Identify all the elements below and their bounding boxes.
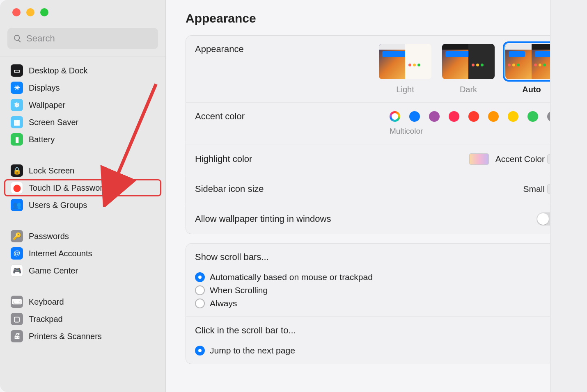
sidebar-item-label: Users & Groups (29, 201, 87, 210)
sidebar-item-displays[interactable]: ☀Displays (4, 79, 161, 96)
sidebar-item-internet-accounts[interactable]: @Internet Accounts (4, 245, 161, 262)
radio-label: When Scrolling (210, 285, 268, 295)
appearance-thumb-dark-icon (442, 44, 495, 79)
sidebar-divider (0, 57, 165, 57)
minimize-window-button[interactable] (26, 8, 34, 16)
highlight-color-row: Highlight color Accent Color ▲▼ (186, 144, 567, 174)
page-title: Appearance (186, 11, 567, 25)
radio-option[interactable]: Jump to the next page (195, 346, 295, 356)
appearance-tile-label: Dark (460, 85, 477, 94)
window-controls (0, 0, 165, 22)
game-center-icon: 🎮 (11, 264, 23, 277)
accent-color-options (390, 111, 558, 122)
sidebar-item-label: Keyboard (29, 297, 64, 307)
sidebar-item-label: Battery (29, 135, 55, 144)
highlight-color-label: Highlight color (195, 154, 469, 164)
radio-icon (195, 346, 205, 356)
wallpaper-tinting-row: Allow wallpaper tinting in windows (186, 204, 567, 234)
sidebar-item-game-center[interactable]: 🎮Game Center (4, 262, 161, 279)
window-scrollbar-track[interactable] (550, 0, 587, 392)
appearance-card: Appearance LightDarkAuto Accent color Mu… (186, 35, 567, 234)
sidebar-item-label: Lock Screen (29, 166, 74, 175)
sidebar-item-label: Wallpaper (29, 100, 65, 110)
fullscreen-window-button[interactable] (40, 8, 48, 16)
clickbar-radio-group: Jump to the next page (195, 346, 295, 356)
sidebar-icon-size-value: Small (523, 184, 545, 194)
search-field[interactable] (7, 28, 158, 49)
keyboard-icon: ⌨ (11, 296, 23, 308)
sidebar-item-label: Printers & Scanners (29, 332, 102, 341)
scrollbars-section: Show scroll bars... Automatically based … (186, 244, 567, 317)
sidebar-item-label: Passwords (29, 232, 69, 241)
accent-row: Accent color Multicolor (186, 103, 567, 144)
accent-selected-label: Multicolor (390, 127, 558, 136)
internet-accounts-icon: @ (11, 247, 23, 260)
accent-color-multicolor[interactable] (390, 111, 400, 122)
displays-icon: ☀ (11, 82, 23, 94)
desktop-dock-icon: ▭ (11, 64, 23, 77)
accent-color-ff2d55[interactable] (449, 111, 459, 122)
accent-color-34c759[interactable] (527, 111, 538, 122)
radio-option[interactable]: Automatically based on mouse or trackpad (195, 272, 373, 282)
sidebar-item-battery[interactable]: ▮Battery (4, 131, 161, 148)
sidebar-item-desktop-dock[interactable]: ▭Desktop & Dock (4, 62, 161, 79)
sidebar-item-keyboard[interactable]: ⌨Keyboard (4, 293, 161, 310)
sidebar-item-wallpaper[interactable]: ❄Wallpaper (4, 96, 161, 114)
sidebar-icon-size-label: Sidebar icon size (195, 184, 521, 194)
printers-scanners-icon: 🖨 (11, 330, 23, 342)
appearance-row: Appearance LightDarkAuto (186, 36, 567, 103)
search-input[interactable] (26, 33, 152, 44)
sidebar-item-label: Screen Saver (29, 118, 78, 127)
sidebar-item-label: Trackpad (29, 315, 63, 324)
accent-color-ffcc00[interactable] (508, 111, 518, 122)
sidebar-icon-size-row: Sidebar icon size Small ▲▼ (186, 174, 567, 204)
wallpaper-tinting-label: Allow wallpaper tinting in windows (195, 214, 537, 224)
radio-icon (195, 285, 205, 295)
sidebar-item-printers-scanners[interactable]: 🖨Printers & Scanners (4, 328, 161, 345)
appearance-thumb-light-icon (379, 44, 431, 79)
highlight-color-select[interactable]: Accent Color ▲▼ (493, 153, 558, 166)
appearance-tiles: LightDarkAuto (379, 44, 558, 94)
search-icon (13, 34, 22, 43)
radio-option[interactable]: When Scrolling (195, 285, 373, 295)
radio-icon (195, 299, 205, 308)
passwords-icon: 🔑 (11, 230, 23, 242)
sidebar-item-lock-screen[interactable]: 🔒Lock Screen (4, 162, 161, 179)
appearance-tile-light[interactable]: Light (379, 44, 431, 94)
sidebar-item-label: Game Center (29, 266, 78, 276)
sidebar-item-label: Displays (29, 83, 60, 93)
accent-row-label: Accent color (195, 111, 390, 122)
accent-color-a550a7[interactable] (429, 111, 440, 122)
sidebar-item-label: Internet Accounts (29, 249, 92, 258)
radio-label: Jump to the next page (210, 346, 295, 356)
touch-id-password-icon: ⬤ (11, 182, 23, 194)
trackpad-icon: ▢ (11, 313, 23, 325)
highlight-color-value: Accent Color (495, 154, 545, 164)
radio-icon (195, 272, 205, 282)
screen-saver-icon: ▦ (11, 116, 23, 128)
sidebar-list: ▭Desktop & Dock☀Displays❄Wallpaper▦Scree… (0, 60, 165, 392)
accent-color-ff9500[interactable] (488, 111, 499, 122)
accent-color-0a7aff[interactable] (409, 111, 420, 122)
sidebar-item-touch-id-password[interactable]: ⬤Touch ID & Password (4, 179, 161, 196)
lock-screen-icon: 🔒 (11, 164, 23, 177)
battery-icon: ▮ (11, 133, 23, 146)
scrollbars-title: Show scroll bars... (195, 252, 269, 262)
clickbar-title: Click in the scroll bar to... (195, 325, 296, 336)
scrollbars-radio-group: Automatically based on mouse or trackpad… (195, 272, 373, 308)
sidebar-item-label: Touch ID & Password (29, 183, 107, 193)
appearance-tile-label: Auto (522, 85, 541, 94)
appearance-tile-label: Light (396, 85, 414, 94)
sidebar-item-trackpad[interactable]: ▢Trackpad (4, 310, 161, 328)
sidebar-item-passwords[interactable]: 🔑Passwords (4, 228, 161, 245)
appearance-tile-dark[interactable]: Dark (442, 44, 495, 94)
radio-option[interactable]: Always (195, 299, 373, 308)
sidebar: ▭Desktop & Dock☀Displays❄Wallpaper▦Scree… (0, 0, 166, 392)
clickbar-section: Click in the scroll bar to... Jump to th… (186, 317, 567, 364)
radio-label: Always (210, 299, 237, 308)
sidebar-item-users-groups[interactable]: 👥Users & Groups (4, 196, 161, 214)
sidebar-item-screen-saver[interactable]: ▦Screen Saver (4, 114, 161, 131)
sidebar-item-label: Desktop & Dock (29, 66, 87, 75)
accent-color-ff3b30[interactable] (468, 111, 479, 122)
close-window-button[interactable] (12, 8, 21, 16)
